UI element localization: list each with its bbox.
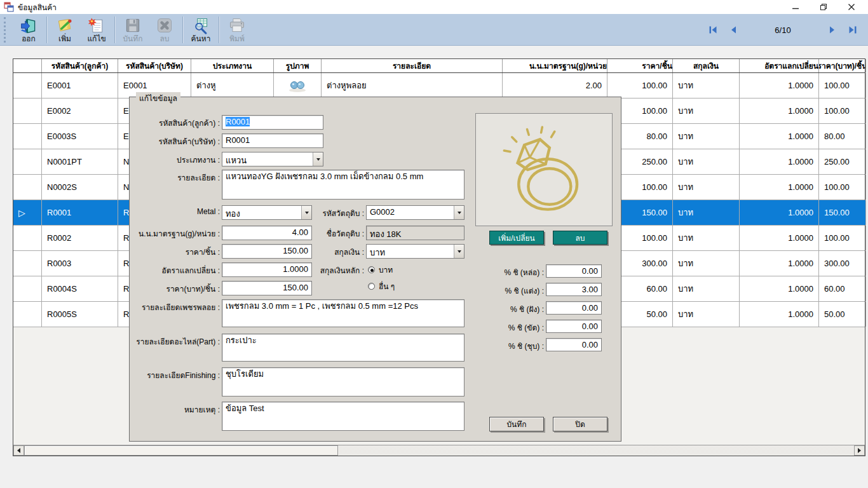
image-delete-button[interactable]: ลบ — [553, 231, 607, 245]
record-position: 6/10 — [747, 25, 818, 35]
column-header[interactable]: ราคา/ชิ้น — [607, 59, 673, 72]
gem-description-textarea[interactable]: เพชรกลม 3.0 mm = 1 Pc , เพชรกลม 0.5 mm =… — [222, 299, 465, 327]
percent-trim-input[interactable]: 3.00 — [546, 283, 602, 296]
toolbar-separator — [182, 17, 183, 43]
search-button-label: ค้นหา — [191, 35, 211, 43]
scroll-right-button[interactable] — [854, 445, 865, 456]
table-cell: R0004S — [42, 276, 118, 301]
toolbar-separator — [114, 17, 115, 43]
close-button[interactable] — [837, 0, 865, 14]
dialog-close-button[interactable]: ปิด — [553, 417, 607, 431]
column-header[interactable]: รายละเอียด — [322, 59, 503, 72]
table-cell: 80.00 — [819, 124, 866, 149]
main-currency-other-radio[interactable]: อื่น ๆ — [368, 280, 395, 292]
table-cell: ต่างหูพลอย — [322, 73, 503, 98]
work-type-combobox[interactable]: แหวน — [222, 152, 323, 166]
window-title: ข้อมูลสินค้า — [18, 1, 57, 13]
scroll-left-button[interactable] — [13, 445, 24, 456]
column-header[interactable]: อัตราแลกเปลี่ยน — [740, 59, 819, 72]
material-code-combobox[interactable]: G0002 — [366, 205, 465, 220]
radio-label: อื่น ๆ — [379, 280, 395, 292]
search-button[interactable]: ค้นหา — [185, 15, 217, 44]
last-record-button[interactable] — [846, 24, 859, 36]
first-record-button[interactable] — [707, 24, 719, 36]
table-cell: 150.00 — [819, 200, 866, 225]
price-per-piece-label: ราคา/ชิ้น : — [130, 246, 220, 258]
chevron-down-icon — [454, 245, 464, 258]
table-cell: R0005S — [42, 302, 118, 327]
table-cell: R0003 — [42, 251, 118, 276]
column-header[interactable]: น.น.มาตรฐาน(g)/หน่วย — [503, 59, 607, 72]
edit-button-label: แก้ไข — [87, 35, 105, 43]
price-baht-input[interactable]: 150.00 — [222, 281, 312, 295]
column-header[interactable]: ราคา(บาท)/ชิ้น — [819, 59, 866, 72]
currency-label: สกุลเงิน : — [276, 246, 364, 258]
table-cell: 1.0000 — [740, 276, 819, 301]
table-cell: บาท — [673, 149, 740, 174]
table-cell: 1.0000 — [740, 226, 819, 250]
edit-dialog: แก้ไขข้อมูล รหัสสินค้า(ลูกค้า) : R0001 ร… — [129, 97, 621, 442]
table-cell — [13, 149, 42, 174]
percent-polish-input[interactable]: 0.00 — [546, 320, 602, 333]
column-header[interactable]: รูปภาพ — [274, 59, 322, 72]
code-customer-input[interactable]: R0001 — [222, 115, 323, 130]
table-cell: 1.0000 — [740, 302, 819, 327]
note-textarea[interactable]: ข้อมูล Test — [222, 402, 465, 431]
add-button[interactable]: เพิ่ม — [49, 15, 81, 44]
table-cell: 100.00 — [819, 73, 866, 98]
main-currency-label: สกุลเงินหลัก : — [276, 264, 364, 276]
print-button: พิมพ์ — [221, 15, 253, 44]
exit-button-label: ออก — [22, 35, 36, 43]
previous-record-button[interactable] — [727, 24, 740, 36]
main-currency-baht-radio[interactable]: บาท — [368, 264, 393, 276]
percent-polish-label: % ชิ (ขัด) : — [447, 322, 544, 334]
scrollbar-thumb[interactable] — [24, 445, 338, 456]
table-cell: 100.00 — [819, 98, 866, 123]
exit-button[interactable]: ออก — [13, 15, 44, 44]
table-cell: 1.0000 — [740, 175, 819, 200]
part-description-textarea[interactable]: กระเปาะ — [222, 334, 465, 362]
table-cell: บาท — [673, 302, 740, 327]
percent-plate-input[interactable]: 0.00 — [546, 338, 602, 351]
table-cell: บาท — [673, 98, 740, 123]
delete-button: ลบ — [149, 15, 180, 44]
add-note-icon — [56, 17, 74, 34]
dialog-save-button[interactable]: บันทึก — [489, 417, 544, 431]
percent-set-input[interactable]: 0.00 — [546, 301, 602, 315]
next-record-icon — [828, 25, 837, 34]
table-cell: บาท — [673, 73, 740, 98]
table-cell: 1.0000 — [740, 149, 819, 174]
column-header[interactable]: สกุลเงิน — [673, 59, 740, 72]
material-code-label: รหัสวัตถุดิบ : — [276, 207, 364, 219]
description-textarea[interactable]: แหวนทองYG ฝังเพชรกลม 3.0 mm เม็ดข้างกลม … — [222, 170, 465, 200]
column-header[interactable]: ประเภทงาน — [191, 59, 274, 72]
table-cell: 60.00 — [819, 276, 866, 301]
table-cell — [13, 226, 42, 250]
finishing-description-textarea[interactable]: ชุบโรเดียม — [222, 367, 465, 396]
edit-button[interactable]: แก้ไข — [81, 15, 112, 44]
currency-combobox[interactable]: บาท — [366, 244, 465, 259]
table-cell: R0001 — [42, 200, 118, 225]
restore-button[interactable] — [810, 0, 837, 14]
work-type-value: แหวน — [226, 156, 247, 165]
table-cell — [13, 73, 42, 98]
horizontal-scrollbar[interactable] — [13, 445, 865, 456]
next-record-button[interactable] — [826, 24, 839, 36]
percent-cast-input[interactable]: 0.00 — [546, 264, 602, 278]
table-cell: บาท — [673, 226, 740, 250]
selected-row-arrow-icon: ▷ — [18, 208, 25, 217]
restore-icon — [820, 3, 827, 11]
column-header[interactable]: รหัสสินค้า(บริษัท) — [118, 59, 191, 72]
toolbar-separator — [219, 17, 219, 43]
table-cell — [13, 302, 42, 327]
table-cell — [13, 98, 42, 123]
column-header[interactable]: รหัสสินค้า(ลูกค้า) — [42, 59, 118, 72]
scroll-left-icon — [15, 448, 20, 453]
code-customer-label: รหัสสินค้า(ลูกค้า) : — [130, 117, 220, 129]
dialog-title: แก้ไขข้อมูล — [136, 92, 180, 104]
column-header[interactable] — [13, 59, 42, 72]
code-company-input[interactable]: R0001 — [222, 133, 323, 148]
image-add-change-button[interactable]: เพิ่ม/เปลี่ยน — [489, 231, 544, 245]
scroll-right-icon — [858, 448, 864, 453]
minimize-button[interactable] — [782, 0, 810, 14]
